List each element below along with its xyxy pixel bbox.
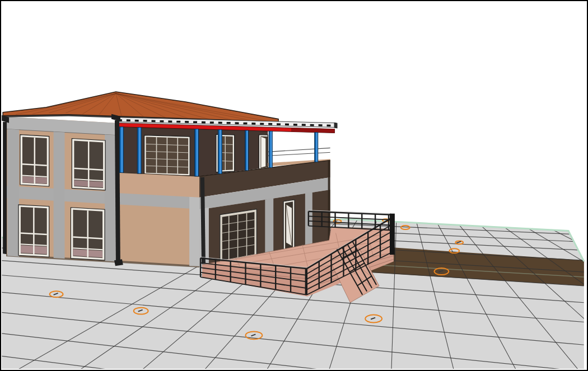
building-right-edge [328, 160, 330, 242]
viewport-frame [0, 0, 588, 371]
pilaster-3 [105, 134, 116, 261]
glazed-door-lower [220, 209, 257, 263]
canopy-fascia [334, 123, 338, 129]
front-pilaster-1 [265, 198, 273, 254]
pilaster-1 [7, 129, 19, 257]
downspout-left-pipe [3, 122, 7, 255]
glazed-door-upper-1 [144, 135, 190, 176]
model-3d-viewport[interactable] [1, 1, 587, 370]
window-lower-2 [71, 208, 105, 260]
window-lower-1 [18, 205, 49, 257]
window-upper-2 [72, 139, 105, 190]
glazed-door-upper-3 [259, 135, 268, 170]
corner-pilaster [189, 196, 200, 266]
railing-corner-post [390, 214, 395, 255]
downspout-mid-shoe [114, 259, 123, 266]
window-upper-1 [20, 135, 49, 186]
pilaster-2 [54, 132, 65, 259]
narrow-door [283, 200, 295, 252]
